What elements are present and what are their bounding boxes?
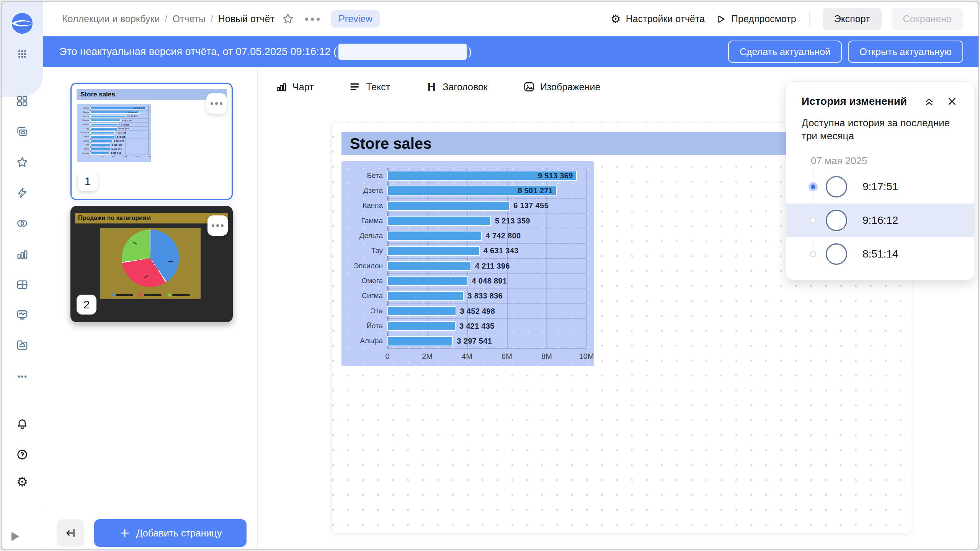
collections-icon[interactable] — [16, 125, 29, 138]
expand-play-icon[interactable] — [11, 532, 19, 541]
timeline-radio[interactable] — [810, 251, 816, 257]
category-label: Эпсилон — [79, 130, 90, 135]
tool-text[interactable]: Текст — [349, 81, 390, 93]
help-icon[interactable] — [16, 448, 29, 461]
x-tick: 10M — [146, 155, 151, 158]
collapse-all-icon[interactable] — [923, 95, 936, 108]
history-item[interactable]: 9:17:51 — [786, 170, 974, 204]
chart-row: Сигма3 833 836 — [79, 139, 149, 143]
preview-button[interactable]: Предпросмотр — [715, 13, 796, 25]
chart-row: Эпсилон4 211 396 — [348, 258, 586, 273]
bar-chart-widget[interactable]: Бета9 513 369Дзета8 501 271Каппа6 137 45… — [341, 161, 594, 366]
bar-track: 3 297 541 — [387, 334, 586, 349]
collapse-panel-button[interactable] — [57, 519, 84, 547]
category-label: Омега — [348, 273, 387, 288]
value-label: 4 211 396 — [475, 262, 510, 271]
bar-track: 4 742 800 — [387, 228, 586, 243]
bar-track: 4 211 396 — [387, 258, 586, 273]
favorites-icon[interactable] — [16, 156, 29, 169]
tables-icon[interactable] — [16, 278, 29, 291]
user-avatar — [826, 243, 847, 265]
monitoring-icon[interactable] — [16, 308, 29, 321]
apps-grid-icon[interactable] — [16, 47, 29, 60]
legend-swatch — [168, 293, 171, 297]
banner-actions: Сделать актуальной Открыть актуальную — [728, 41, 963, 63]
category-label: Сигма — [79, 139, 90, 143]
linked-rings-icon[interactable] — [16, 217, 29, 230]
x-tick: 0 — [385, 352, 389, 361]
bar — [387, 321, 456, 331]
make-actual-button[interactable]: Сделать актуальной — [728, 41, 842, 63]
chart-row: Гамма5 213 359 — [348, 213, 586, 228]
bar — [387, 336, 453, 346]
timeline-radio[interactable] — [808, 182, 818, 191]
charts-icon[interactable] — [16, 248, 29, 261]
thumbnail-2-title: Продажи по категориям — [75, 213, 228, 223]
x-tick: 4M — [112, 155, 115, 158]
chart-row: Гамма5 213 359 — [79, 118, 149, 122]
close-icon[interactable] — [946, 95, 959, 108]
chart-row: Бета9 513 369 — [79, 106, 149, 110]
category-label: Гамма — [348, 213, 387, 228]
chart-row: Омега4 048 891 — [79, 135, 149, 139]
preview-badge[interactable]: Preview — [331, 10, 380, 28]
notifications-icon[interactable] — [16, 417, 29, 430]
report-settings-button[interactable]: ⚙ Настройки отчёта — [611, 13, 705, 26]
bar — [90, 152, 109, 155]
chart-row: Каппа6 137 455 — [348, 198, 586, 213]
open-actual-button[interactable]: Открыть актуальную — [848, 41, 963, 63]
history-item[interactable]: 9:16:12 — [786, 204, 974, 237]
history-item[interactable]: 8:51:14 — [786, 237, 974, 271]
category-label: Дзета — [79, 110, 90, 114]
bar-track: 4 742 800 — [90, 122, 149, 127]
category-label: Эпсилон — [348, 258, 387, 273]
value-label: 9 513 369 — [134, 107, 145, 109]
tool-heading-label: Заголовок — [443, 82, 488, 93]
bar: 9 513 369 — [90, 107, 146, 109]
gear-icon: ⚙ — [611, 13, 621, 26]
bar-track: 6 137 455 — [90, 114, 149, 118]
datalens-logo-icon[interactable] — [10, 11, 34, 35]
timeline-radio[interactable] — [810, 217, 816, 223]
category-label: Тау — [348, 243, 387, 258]
page-thumbnail-2[interactable]: Продажи по категориям 2 — [70, 206, 233, 322]
chart-row: Сигма3 833 836 — [348, 289, 586, 303]
breadcrumb-reports[interactable]: Отчеты — [172, 13, 205, 24]
history-title: История изменений — [802, 95, 907, 108]
settings-icon[interactable]: ⚙ — [16, 475, 29, 488]
bar-track: 9 513 369 — [90, 106, 149, 110]
chart-title-bar[interactable]: Store sales — [341, 132, 787, 155]
tool-image-label: Изображение — [540, 82, 600, 93]
divider — [809, 10, 810, 28]
value-label: 3 297 541 — [457, 337, 492, 346]
page-number-badge: 1 — [78, 171, 98, 191]
bar — [90, 131, 115, 134]
breadcrumb-collections[interactable]: Коллекции и воркбуки — [62, 13, 160, 24]
bar — [387, 261, 471, 271]
bar-track: 8 501 271 — [387, 183, 586, 198]
bar — [90, 127, 117, 130]
dashboards-icon[interactable] — [16, 95, 29, 108]
top-header: Коллекции и воркбуки / Отчеты / Новый от… — [43, 2, 978, 36]
add-page-button[interactable]: Добавить страницу — [94, 519, 247, 547]
bar — [387, 216, 491, 226]
page-2-menu-icon[interactable] — [207, 215, 228, 236]
history-timeline: 9:17:519:16:128:51:14 — [786, 170, 974, 271]
export-button[interactable]: Экспорт — [823, 8, 882, 30]
favorite-star-icon[interactable] — [281, 12, 295, 26]
more-icon[interactable] — [16, 370, 29, 383]
thumbnail-1-title: Store sales — [77, 89, 227, 100]
text-icon — [349, 81, 361, 93]
cloud-folder-icon[interactable] — [16, 339, 29, 352]
page-thumbnail-1[interactable]: Store sales Бета9 513 369Дзета8 501 271К… — [70, 83, 233, 200]
more-actions-icon[interactable] — [305, 18, 320, 21]
page-1-menu-icon[interactable] — [206, 93, 227, 114]
chart-icon — [275, 81, 287, 93]
value-label: 9 513 369 — [538, 171, 573, 180]
tool-heading[interactable]: H Заголовок — [425, 81, 488, 93]
breadcrumb: Коллекции и воркбуки / Отчеты / Новый от… — [62, 13, 274, 24]
tool-chart[interactable]: Чарт — [275, 81, 314, 93]
tool-image[interactable]: Изображение — [523, 81, 600, 93]
bar-track: 3 833 836 — [90, 139, 149, 143]
quick-actions-icon[interactable] — [16, 186, 29, 199]
